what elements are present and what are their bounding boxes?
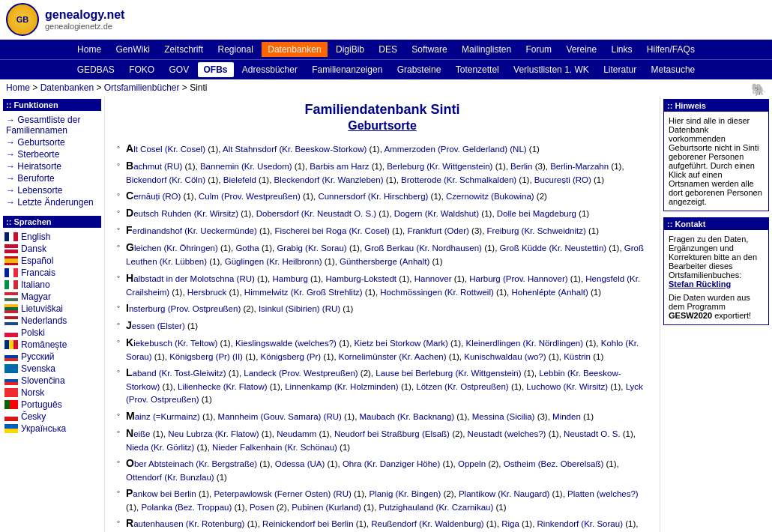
place-link[interactable]: Oppeln xyxy=(458,459,486,468)
place-link[interactable]: eiße xyxy=(133,429,150,438)
lang-ukrainska[interactable]: Українська xyxy=(3,423,101,435)
place-link[interactable]: Hohenlépte (Anhalt) xyxy=(511,288,588,297)
place-link[interactable]: Rinkendorf (Kr. Sorau) xyxy=(537,519,623,528)
nav-home[interactable]: Home xyxy=(71,42,107,57)
place-link[interactable]: Bleckendorf (Kr. Wanzleben) xyxy=(274,175,384,184)
sidebar-geburtsorte[interactable]: Geburtsorte xyxy=(3,136,101,148)
place-link[interactable]: Hannover xyxy=(414,274,452,283)
place-link[interactable]: Groß Berkau (Kr. Nordhausen) xyxy=(364,244,482,253)
place-link[interactable]: Lötzen (Kr. Ostpreußen) xyxy=(416,382,508,391)
place-link[interactable]: Kleinerdlingen (Kr. Nördlingen) xyxy=(465,339,583,348)
place-link[interactable]: Himmelwitz (Kr. Groß Strehlitz) xyxy=(244,288,363,297)
place-link[interactable]: Polanka (Bez. Troppau) xyxy=(141,503,232,512)
place-link[interactable]: ainz (=Kurmainz) xyxy=(135,412,200,421)
place-link[interactable]: Groß Küdde (Kr. Neustettin) xyxy=(500,244,607,253)
place-link[interactable]: Odessa (UA) xyxy=(275,459,325,468)
place-link[interactable]: Bielefeld xyxy=(223,175,256,184)
place-link[interactable]: Gotha xyxy=(235,244,259,253)
subnav-literatur[interactable]: Literatur xyxy=(597,62,642,77)
place-link[interactable]: Dobersdorf (Kr. Neustadt O. S.) xyxy=(256,209,376,218)
place-link[interactable]: Riga xyxy=(501,519,519,528)
place-link[interactable]: Nieda (Kr. Görlitz) xyxy=(126,443,194,452)
place-link[interactable]: Luchowo (Kr. Wirsitz) xyxy=(526,382,608,391)
place-link[interactable]: Freiburg (Kr. Schweidnitz) xyxy=(487,226,586,235)
nav-regional[interactable]: Regional xyxy=(212,42,259,57)
place-link[interactable]: Brotterode (Kr. Schmalkalden) xyxy=(401,175,516,184)
place-link[interactable]: Kietz bei Storkow (Mark) xyxy=(355,339,448,348)
place-link[interactable]: Berleburg (Kr. Wittgenstein) xyxy=(387,162,492,171)
breadcrumb-home[interactable]: Home xyxy=(6,82,30,93)
place-link[interactable]: Czernowitz (Bukowina) xyxy=(446,192,534,201)
place-link[interactable]: Culm (Prov. Westpreußen) xyxy=(199,192,301,201)
place-link[interactable]: Putzighauland (Kr. Czarnikau) xyxy=(379,503,494,512)
place-link[interactable]: Kornelimünster (Kr. Aachen) xyxy=(339,352,447,361)
place-link[interactable]: Dolle bei Magdeburg xyxy=(497,209,576,218)
place-link[interactable]: Plantikow (Kr. Naugard) xyxy=(459,489,549,498)
subnav-foko[interactable]: FOKO xyxy=(123,62,160,77)
place-link[interactable]: Neustadt (welches?) xyxy=(468,429,546,438)
place-link[interactable]: Isinkul (Sibirien) (RU) xyxy=(259,304,340,313)
subnav-grabsteine[interactable]: Grabsteine xyxy=(391,62,447,77)
place-link[interactable]: Grabig (Kr. Sorau) xyxy=(277,244,346,253)
lang-nederlands[interactable]: Nederlands xyxy=(3,315,101,327)
lang-russian[interactable]: Русский xyxy=(3,351,101,363)
place-link[interactable]: autenhausen (Kr. Rotenburg) xyxy=(133,519,244,528)
place-link[interactable]: Frankfurt (Oder) xyxy=(407,226,468,235)
place-link[interactable]: Hamburg xyxy=(272,274,307,283)
lang-lietuviskai[interactable]: Lietuviškai xyxy=(3,303,101,315)
place-link[interactable]: Pubinen (Kurland) xyxy=(292,503,361,512)
place-link[interactable]: Fischerei bei Roga (Kr. Cosel) xyxy=(274,226,389,235)
sidebar-letzte-anderungen[interactable]: Letzte Änderungen xyxy=(3,196,101,208)
lang-francais[interactable]: Francais xyxy=(3,267,101,279)
place-link[interactable]: nsterburg (Prov. Ostpreußen) xyxy=(129,304,241,313)
subnav-metasuche[interactable]: Metasuche xyxy=(645,62,702,77)
place-link[interactable]: iekebusch (Kr. Teltow) xyxy=(133,339,217,348)
place-link[interactable]: leichen (Kr. Öhringen) xyxy=(134,244,218,253)
subnav-gov[interactable]: GOV xyxy=(163,62,195,77)
place-link[interactable]: Mannheim (Gouv. Samara) (RU) xyxy=(218,412,342,421)
lang-espanol[interactable]: Español xyxy=(3,255,101,267)
lang-dansk[interactable]: Dansk xyxy=(3,243,101,255)
place-link[interactable]: Lause bei Berleburg (Kr. Wittgenstein) xyxy=(376,369,521,378)
place-link[interactable]: Güglingen (Kr. Heilbronn) xyxy=(225,257,322,266)
subnav-familienanzeigen[interactable]: Familienanzeigen xyxy=(306,62,388,77)
place-link[interactable]: Ohra (Kr. Danziger Höhe) xyxy=(343,459,440,468)
place-link[interactable]: essen (Elster) xyxy=(132,321,185,330)
subnav-ofbs[interactable]: OFBs xyxy=(198,62,234,77)
place-link[interactable]: ernăuți (RO) xyxy=(133,192,181,201)
place-link[interactable]: Minden xyxy=(552,412,581,421)
place-link[interactable]: Harburg (Prov. Hannover) xyxy=(469,274,567,283)
place-link[interactable]: Platten (welches?) xyxy=(567,489,639,498)
place-link[interactable]: Barbis am Harz xyxy=(310,162,369,171)
subnav-gedbas[interactable]: GEDBAS xyxy=(71,62,121,77)
subnav-verlustlisten[interactable]: Verlustlisten 1. WK xyxy=(507,62,595,77)
nav-zeitschrift[interactable]: Zeitschrift xyxy=(158,42,209,57)
place-link[interactable]: Berlin-Marzahn xyxy=(550,162,609,171)
place-link[interactable]: Maubach (Kr. Backnang) xyxy=(360,412,455,421)
nav-mailinglisten[interactable]: Mailinglisten xyxy=(456,42,517,57)
place-link[interactable]: Alt Stahnsdorf (Kr. Beeskow-Storkow) xyxy=(223,145,367,154)
lang-romaneste[interactable]: Românește xyxy=(3,339,101,351)
place-link[interactable]: Reinickendorf bei Berlin xyxy=(262,519,353,528)
place-link[interactable]: Neu Lubrza (Kr. Flatow) xyxy=(168,429,259,438)
place-link[interactable]: Ostheim (Bez. Oberelsaß) xyxy=(504,459,604,468)
place-link[interactable]: Bannemin (Kr. Usedom) xyxy=(200,162,292,171)
lang-portugues[interactable]: Português xyxy=(3,399,101,411)
lang-cesky[interactable]: Česky xyxy=(3,411,101,423)
place-link[interactable]: Königsberg (Pr) xyxy=(261,352,322,361)
place-link[interactable]: achmut (RU) xyxy=(133,162,182,171)
lang-slovencina[interactable]: Slovenčina xyxy=(3,375,101,387)
place-link[interactable]: Hamburg-Lokstedt xyxy=(325,274,396,283)
lang-english[interactable]: English xyxy=(3,231,101,243)
mastodon-icon[interactable]: 🐘 xyxy=(751,82,766,97)
lang-norsk[interactable]: Norsk xyxy=(3,387,101,399)
place-link[interactable]: Neudamm xyxy=(277,429,316,438)
contact-name-link[interactable]: Stefan Rückling xyxy=(669,279,731,288)
place-link[interactable]: București (RO) xyxy=(534,175,591,184)
place-link[interactable]: Messina (Sicilia) xyxy=(472,412,535,421)
place-link[interactable]: Hochmössingen (Kr. Rottweil) xyxy=(380,288,493,297)
nav-vereine[interactable]: Vereine xyxy=(560,42,603,57)
nav-software[interactable]: Software xyxy=(405,42,453,57)
place-link[interactable]: Kieslingswalde (welches?) xyxy=(235,339,337,348)
lang-magyar[interactable]: Magyar xyxy=(3,291,101,303)
